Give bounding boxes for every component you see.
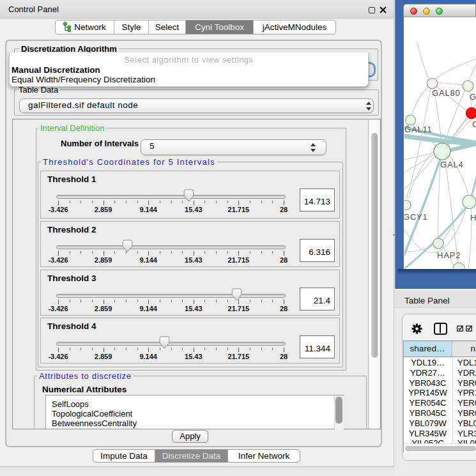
- svg-text:GCY1: GCY1: [404, 212, 428, 222]
- svg-text:GAL11: GAL11: [404, 125, 433, 134]
- svg-text:GAL80: GAL80: [432, 88, 460, 98]
- svg-text:C: C: [472, 119, 476, 129]
- svg-text:H: H: [470, 213, 476, 222]
- svg-text:GA: GA: [470, 92, 476, 102]
- svg-text:GAL4: GAL4: [440, 160, 463, 169]
- svg-text:HAP2: HAP2: [437, 250, 461, 260]
